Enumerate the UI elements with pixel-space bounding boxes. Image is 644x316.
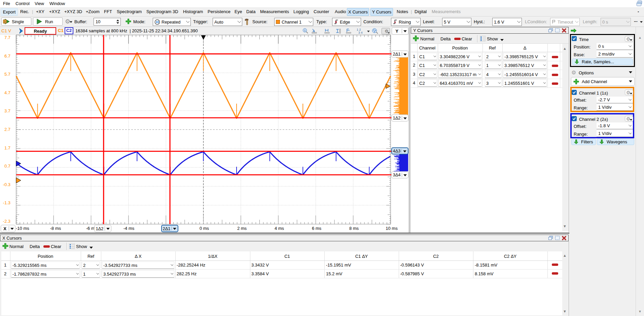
svg-text:⚙: ⚙ (626, 36, 631, 42)
svg-text:⚙: ⚙ (626, 90, 631, 95)
svg-text:⚙: ⚙ (626, 116, 631, 121)
